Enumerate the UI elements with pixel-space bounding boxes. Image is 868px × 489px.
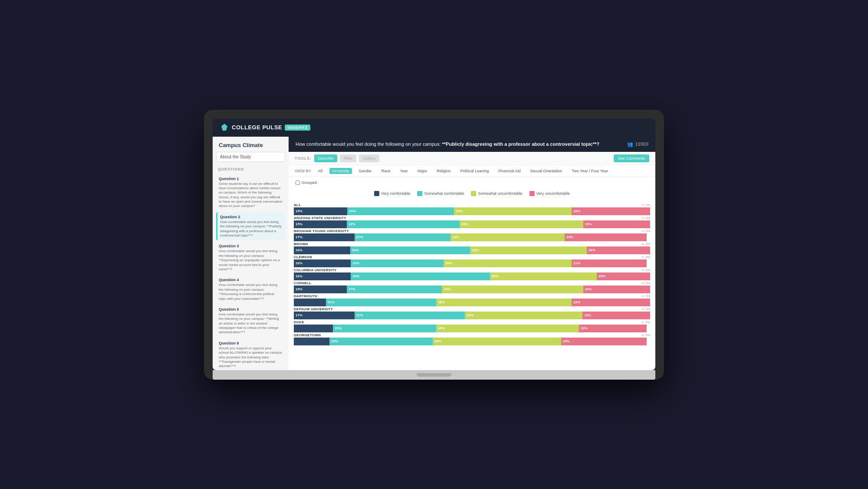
grouped-checkbox-area: Grouped (294, 181, 650, 185)
svg-marker-0 (221, 124, 227, 131)
bar-row-2: BRIGHAM YOUNG UNIVERSITY+/- 4%17%27%32%2… (294, 229, 650, 241)
bar-container-0: 15%30%33%22% (294, 207, 650, 215)
bar-segment-somewhat-comfortable-7: 31% (326, 299, 437, 306)
bar-university-label-10: GEORGETOWN (294, 333, 321, 337)
question-5-title: Question 5 (219, 307, 283, 312)
bar-segment-somewhat-uncomfortable-7: 38% (436, 299, 572, 306)
view-by-bar: VIEW BY All University Gender Race Year … (289, 165, 655, 177)
bar-row-10: GEORGETOWN+/- 4%29%36%24% (294, 333, 650, 345)
bar-segment-very-comfortable-4: 16% (294, 259, 351, 267)
bar-university-label-6: CORNELL (294, 281, 312, 285)
bar-container-6: 15%27%40%19% (294, 286, 650, 293)
legend-very-uncomfortable: Very uncomfortable (529, 191, 570, 196)
view-btn-major[interactable]: Major (415, 168, 430, 174)
respondent-number: 19969 (635, 141, 648, 147)
describe-button[interactable]: Describe (314, 154, 338, 162)
question-4-text: How comfortable would you feel doing the… (219, 283, 283, 301)
tools-bar: TOOLS: Describe Filter Gallery See Comme… (289, 152, 655, 165)
bar-university-label-1: ARIZONA STATE UNIVERSITY (294, 216, 346, 220)
bar-label-row-1: ARIZONA STATE UNIVERSITY+/- 4% (294, 216, 650, 220)
legend-very-comfortable: Very comfortable (374, 191, 411, 196)
respondent-count: 👥 19969 (627, 141, 648, 147)
bar-margin-1: +/- 4% (641, 217, 650, 220)
bar-segment-very-uncomfortable-0: 22% (572, 207, 650, 215)
bar-segment-somewhat-uncomfortable-0: 33% (454, 207, 572, 215)
view-btn-religion[interactable]: Religion (434, 168, 454, 174)
gallery-button[interactable]: Gallery (359, 154, 379, 162)
view-btn-all[interactable]: All (316, 168, 325, 174)
legend-dot-somewhat-uncomfortable (471, 191, 476, 196)
bar-segment-very-comfortable-3: 16% (294, 246, 350, 254)
bar-segment-somewhat-comfortable-9: 29% (333, 325, 436, 332)
logo-text: COLLEGE PULSE (232, 124, 282, 131)
bar-label-row-10: GEORGETOWN+/- 4% (294, 333, 650, 337)
bar-segment-very-uncomfortable-5: 15% (597, 272, 650, 280)
grouped-label: Grouped (302, 181, 317, 185)
view-btn-race[interactable]: Race (379, 168, 393, 174)
bar-university-label-7: DARTMOUTH (294, 294, 317, 298)
bar-container-10: 29%36%24% (294, 338, 650, 345)
bar-university-label-8: DEPAUW UNIVERSITY (294, 307, 333, 311)
bar-margin-9: +/- 5% (641, 321, 650, 324)
bar-segment-somewhat-uncomfortable-1: 35% (460, 220, 583, 228)
sidebar-item-question-1[interactable]: Question 1 Some students say it can be d… (216, 174, 285, 211)
view-btn-twoyear[interactable]: Two Year / Four Year (569, 168, 611, 174)
bar-segment-very-comfortable-6: 15% (294, 286, 347, 293)
bar-segment-somewhat-comfortable-5: 39% (351, 272, 490, 280)
bar-label-row-3: BROWN+/- 4% (294, 242, 650, 246)
bar-segment-somewhat-uncomfortable-6: 40% (442, 286, 583, 293)
tools-label: TOOLS: (295, 156, 312, 161)
about-study-button[interactable]: About the Study (216, 152, 285, 162)
sidebar-item-question-6[interactable]: Question 6 Would you support or oppose y… (216, 338, 285, 370)
bar-label-row-2: BRIGHAM YOUNG UNIVERSITY+/- 4% (294, 229, 650, 233)
filter-button[interactable]: Filter (340, 154, 356, 162)
bar-segment-very-uncomfortable-10: 24% (561, 338, 647, 345)
bar-container-5: 16%39%30%15% (294, 272, 650, 280)
bar-margin-6: +/- 5% (641, 282, 650, 285)
sidebar-item-question-2[interactable]: Question 2 How comfortable would you fee… (216, 212, 285, 241)
chart-legend: Very comfortable Somewhat comfortable So… (294, 188, 650, 199)
question-header-text: How comfortable would you feel doing the… (296, 141, 627, 148)
bar-margin-3: +/- 4% (641, 243, 650, 246)
legend-dot-somewhat-comfortable (417, 191, 422, 196)
sidebar-title: Campus Climate (216, 142, 285, 152)
respondent-icon: 👥 (627, 141, 633, 147)
bar-segment-somewhat-uncomfortable-9: 40% (436, 325, 579, 332)
legend-label-very-comfortable: Very comfortable (381, 191, 411, 196)
see-comments-button[interactable]: See Comments (614, 154, 649, 162)
bar-label-row-8: DEPAUW UNIVERSITY+/- 5% (294, 307, 650, 311)
view-btn-sexual[interactable]: Sexual Orientation (527, 168, 565, 174)
legend-somewhat-comfortable: Somewhat comfortable (417, 191, 464, 196)
view-btn-gender[interactable]: Gender (356, 168, 375, 174)
laptop-shell: COLLEGE PULSE INSIGHTS Campus Climate Ab… (204, 110, 664, 380)
main-content: Campus Climate About the Study QUESTIONS… (213, 137, 655, 370)
bar-row-1: ARIZONA STATE UNIVERSITY+/- 4%15%32%35%1… (294, 216, 650, 228)
bar-segment-very-uncomfortable-2: 23% (565, 233, 647, 241)
bar-segment-very-comfortable-10 (294, 338, 329, 345)
sidebar-item-question-5[interactable]: Question 5 How comfortable would you fee… (216, 305, 285, 338)
legend-somewhat-uncomfortable: Somewhat uncomfortable (471, 191, 522, 196)
insights-badge: INSIGHTS (285, 125, 310, 131)
app-container: COLLEGE PULSE INSIGHTS Campus Climate Ab… (213, 118, 655, 370)
bar-university-label-5: COLUMBIA UNIVERSITY (294, 268, 337, 272)
bar-segment-very-uncomfortable-9: 19% (579, 325, 647, 332)
logo-area: COLLEGE PULSE INSIGHTS (220, 123, 310, 132)
bar-segment-somewhat-comfortable-3: 34% (350, 246, 470, 254)
view-btn-year[interactable]: Year (398, 168, 411, 174)
bar-segment-very-comfortable-0: 15% (294, 207, 347, 215)
bar-segment-very-comfortable-8: 17% (294, 312, 355, 319)
question-header: How comfortable would you feel doing the… (289, 137, 655, 152)
sidebar-item-question-4[interactable]: Question 4 How comfortable would you fee… (216, 275, 285, 304)
view-btn-political[interactable]: Political Leaning (458, 168, 492, 174)
laptop-screen: COLLEGE PULSE INSIGHTS Campus Climate Ab… (213, 118, 655, 370)
laptop-bottom (213, 370, 655, 380)
sidebar-item-question-3[interactable]: Question 3 How comfortable would you fee… (216, 241, 285, 274)
bar-container-3: 16%34%33%18% (294, 246, 650, 254)
bar-container-2: 17%27%32%23% (294, 233, 650, 241)
bar-segment-somewhat-comfortable-2: 27% (355, 233, 451, 241)
view-btn-university[interactable]: University (329, 168, 352, 174)
view-btn-financial[interactable]: Financial Aid (496, 168, 523, 174)
legend-dot-very-uncomfortable (529, 191, 535, 196)
bar-university-label-2: BRIGHAM YOUNG UNIVERSITY (294, 229, 349, 233)
grouped-checkbox[interactable] (296, 181, 300, 185)
